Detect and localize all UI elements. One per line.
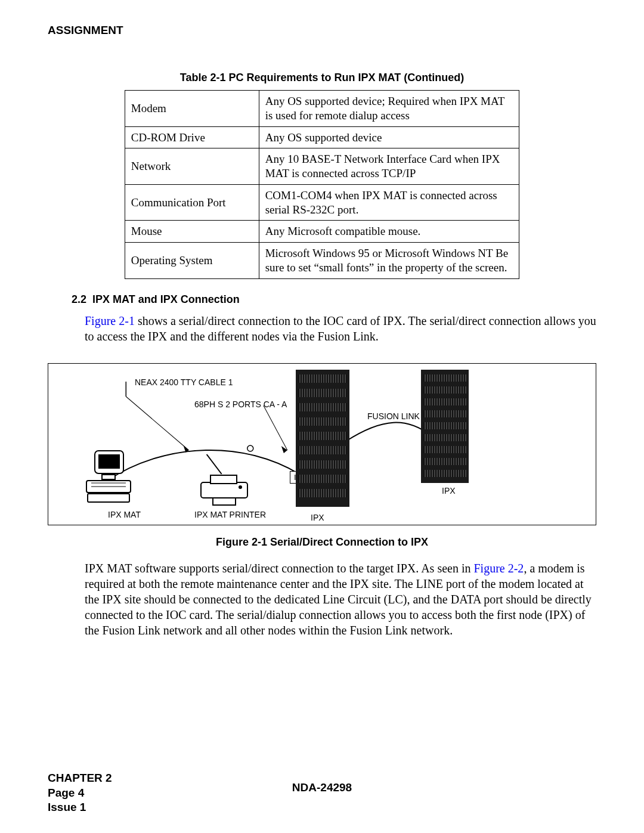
- paragraph-text: IPX MAT software supports serial/direct …: [85, 562, 473, 575]
- label-68ph-ports: 68PH S 2 PORTS CA - A: [194, 400, 287, 409]
- req-key: CD-ROM Drive: [125, 126, 259, 148]
- req-val: Any 10 BASE-T Network Interface Card whe…: [259, 148, 519, 185]
- computer-icon: [84, 447, 138, 507]
- svg-rect-11: [201, 482, 247, 498]
- svg-rect-12: [210, 475, 237, 484]
- table-row: Mouse Any Microsoft compatible mouse.: [125, 221, 519, 243]
- svg-point-14: [239, 485, 242, 489]
- req-val: COM1-COM4 when IPX MAT is connected acro…: [259, 184, 519, 221]
- figure-ref-link[interactable]: Figure 2-1: [85, 314, 135, 327]
- paragraph-text: shows a serial/direct connection to the …: [85, 314, 596, 343]
- footer-issue: Issue 1: [48, 800, 112, 815]
- table-row: Communication Port COM1-COM4 when IPX MA…: [125, 184, 519, 221]
- label-ipx-left: IPX: [311, 513, 324, 522]
- svg-marker-2: [281, 446, 287, 453]
- table-row: Operating System Microsoft Windows 95 or…: [125, 243, 519, 279]
- svg-rect-13: [213, 498, 236, 505]
- section-number: 2.2: [72, 293, 86, 305]
- table-title: Table 2-1 PC Requirements to Run IPX MAT…: [48, 72, 596, 84]
- table-row: Modem Any OS supported device; Required …: [125, 91, 519, 127]
- req-key: Mouse: [125, 221, 259, 243]
- req-val: Microsoft Windows 95 or Microsoft Window…: [259, 243, 519, 279]
- printer-icon: [197, 474, 251, 507]
- rack-left-icon: [296, 370, 349, 507]
- label-ipx-mat: IPX MAT: [108, 510, 141, 519]
- label-ipx-right: IPX: [442, 486, 456, 496]
- svg-point-0: [247, 445, 253, 451]
- label-neax-cable: NEAX 2400 TTY CABLE 1: [135, 377, 233, 387]
- table-row: CD-ROM Drive Any OS supported device: [125, 126, 519, 148]
- svg-rect-6: [102, 475, 115, 479]
- svg-rect-5: [98, 454, 120, 469]
- paragraph: Figure 2-1 shows a serial/direct connect…: [85, 313, 596, 344]
- footer-page: Page 4: [48, 786, 112, 801]
- section-heading: 2.2 IPX MAT and IPX Connection: [72, 293, 596, 306]
- req-val: Any Microsoft compatible mouse.: [259, 221, 519, 243]
- footer-block: CHAPTER 2 Page 4 Issue 1: [48, 771, 112, 815]
- section-title: IPX MAT and IPX Connection: [92, 293, 240, 305]
- req-val: Any OS supported device: [259, 126, 519, 148]
- paragraph: IPX MAT software supports serial/direct …: [85, 561, 596, 638]
- figure-caption: Figure 2-1 Serial/Direct Connection to I…: [48, 536, 596, 549]
- req-key: Network: [125, 148, 259, 185]
- req-val: Any OS supported device; Required when I…: [259, 91, 519, 127]
- figure-2-1: NEAX 2400 TTY CABLE 1 68PH S 2 PORTS CA …: [48, 363, 596, 525]
- figure-ref-link[interactable]: Figure 2-2: [473, 562, 524, 575]
- req-key: Operating System: [125, 243, 259, 279]
- footer-chapter: CHAPTER 2: [48, 771, 112, 786]
- label-ipx-mat-printer: IPX MAT PRINTER: [194, 510, 266, 519]
- req-key: Modem: [125, 91, 259, 127]
- requirements-table: Modem Any OS supported device; Required …: [125, 90, 519, 279]
- svg-rect-8: [88, 494, 129, 502]
- req-key: Communication Port: [125, 184, 259, 221]
- page-header: ASSIGNMENT: [48, 24, 596, 37]
- rack-right-icon: [421, 370, 469, 483]
- label-fusion-link: FUSION LINK: [367, 411, 420, 421]
- table-row: Network Any 10 BASE-T Network Interface …: [125, 148, 519, 185]
